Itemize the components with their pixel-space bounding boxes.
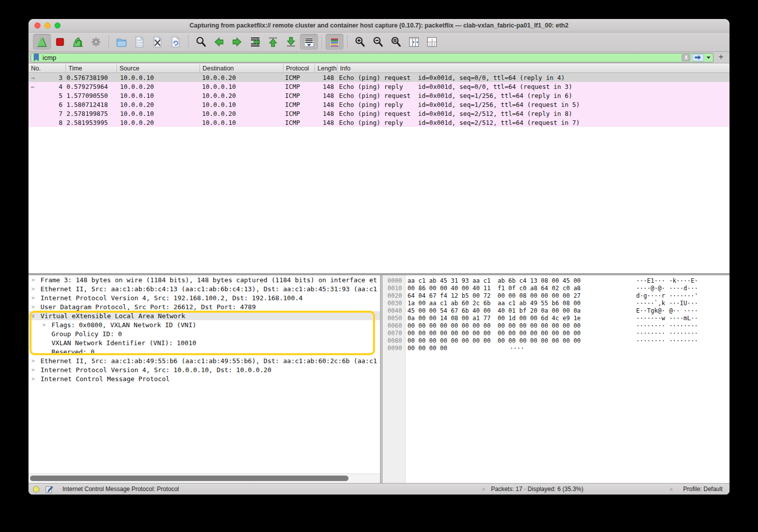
expander-chevron-icon[interactable]: > — [32, 304, 40, 310]
restart-capture-button[interactable] — [69, 34, 87, 50]
cell-time: 1.580712418 — [66, 101, 116, 108]
details-tree-row[interactable]: > Ethernet II, Src: aa:c1:ab:49:55:b6 (a… — [28, 356, 380, 365]
cell-protocol: ICMP — [283, 83, 314, 90]
cell-no: 6 — [28, 101, 66, 108]
status-separator-dot — [670, 488, 672, 491]
hex-row[interactable]: 0010 00 86 00 00 40 00 40 11 f1 0f c0 a8… — [382, 284, 730, 292]
details-tree-row[interactable]: ∨ Virtual eXtensible Local Area Network — [28, 311, 380, 320]
hex-row[interactable]: 0070 00 00 00 00 00 00 00 00 00 00 00 00… — [382, 329, 730, 337]
details-tree-row[interactable]: > Flags: 0x0800, VXLAN Network ID (VNI) — [28, 320, 380, 329]
scrollbar-thumb[interactable] — [30, 476, 348, 481]
close-window-button[interactable] — [34, 22, 40, 28]
expander-chevron-icon[interactable] — [42, 340, 52, 346]
expander-chevron-icon[interactable] — [42, 349, 52, 355]
go-back-button[interactable] — [210, 34, 228, 50]
filter-value[interactable]: icmp — [40, 54, 682, 61]
column-header[interactable]: Protocol — [283, 64, 314, 72]
go-to-packet-button[interactable] — [246, 34, 264, 50]
go-to-bottom-button[interactable] — [282, 34, 300, 50]
colorize-button[interactable] — [326, 34, 344, 50]
column-header[interactable]: No. — [28, 64, 66, 72]
cell-time: 2.581953995 — [66, 119, 116, 126]
details-text: User Datagram Protocol, Src Port: 26612,… — [40, 303, 256, 311]
display-filter-input[interactable]: icmp X — [30, 53, 714, 62]
packet-row[interactable]: 8 2.581953995 10.0.0.20 10.0.0.10 ICMP 1… — [28, 118, 730, 127]
capture-options-button[interactable] — [87, 34, 105, 50]
arrow-right-icon — [230, 35, 244, 48]
resize-columns-button[interactable] — [405, 34, 423, 50]
expander-chevron-icon[interactable]: > — [32, 358, 40, 364]
expander-chevron-icon[interactable]: > — [32, 376, 40, 382]
expander-chevron-icon[interactable]: > — [42, 322, 52, 328]
hex-row[interactable]: 0020 64 04 67 f4 12 b5 00 72 00 00 08 00… — [382, 292, 730, 299]
details-tree-row[interactable]: > Internet Protocol Version 4, Src: 192.… — [28, 293, 380, 302]
hex-row[interactable]: 0060 00 00 00 00 00 00 00 00 00 00 00 00… — [382, 322, 730, 329]
hex-row[interactable]: 0050 0a 00 00 14 08 00 a1 77 00 1d 00 00… — [382, 314, 730, 322]
filter-add-button[interactable]: + — [714, 52, 726, 63]
filter-apply-button[interactable] — [692, 54, 704, 61]
start-capture-button[interactable] — [33, 34, 51, 50]
packet-row[interactable]: 6 1.580712418 10.0.0.20 10.0.0.10 ICMP 1… — [28, 100, 730, 109]
packet-row[interactable]: 7 2.578199875 10.0.0.10 10.0.0.20 ICMP 1… — [28, 109, 730, 118]
filter-history-dropdown[interactable] — [706, 56, 710, 59]
expander-chevron-icon[interactable] — [42, 331, 52, 337]
hex-row[interactable]: 0080 00 00 00 00 00 00 00 00 00 00 00 00… — [382, 337, 730, 344]
zoom-in-icon — [354, 35, 366, 48]
expander-chevron-icon[interactable]: > — [32, 367, 40, 373]
title-bar[interactable]: Capturing from packetflix:// remote clus… — [28, 19, 730, 32]
ascii-right: ········ — [669, 337, 698, 344]
details-tree-row[interactable]: > User Datagram Protocol, Src Port: 2661… — [28, 302, 380, 311]
zoom-out-button[interactable] — [369, 34, 387, 50]
reload-file-button[interactable] — [166, 34, 184, 50]
expander-chevron-icon[interactable]: > — [32, 277, 40, 283]
details-text: Ethernet II, Src: aa:c1:ab:6b:c4:13 (aa:… — [40, 285, 377, 293]
stop-capture-button[interactable] — [51, 34, 69, 50]
expert-info-icon[interactable] — [33, 486, 40, 493]
expander-chevron-icon[interactable]: > — [32, 286, 40, 292]
zoom-in-button[interactable] — [351, 34, 369, 50]
toolbar-separator — [188, 35, 188, 48]
column-header[interactable]: Info — [337, 64, 730, 72]
expander-chevron-icon[interactable]: ∨ — [32, 313, 40, 319]
layout-panes-button[interactable]: 123 — [423, 34, 441, 50]
column-header[interactable]: Length — [314, 64, 337, 72]
auto-scroll-button[interactable] — [300, 34, 318, 50]
details-tree-row[interactable]: > Frame 3: 148 bytes on wire (1184 bits)… — [28, 275, 380, 284]
zoom-window-button[interactable] — [54, 22, 60, 28]
details-tree-row[interactable]: VXLAN Network Identifier (VNI): 10010 — [28, 338, 380, 347]
column-header[interactable]: Time — [66, 64, 116, 72]
hex-row[interactable]: 0000 aa c1 ab 45 31 93 aa c1 ab 6b c4 13… — [382, 277, 730, 284]
details-tree-row[interactable]: Reserved: 0 — [28, 347, 380, 356]
close-file-button[interactable] — [148, 34, 166, 50]
filter-bookmark-icon[interactable] — [33, 53, 40, 61]
hex-bytes-right: 00 00 00 00 00 00 00 00 — [498, 330, 580, 337]
go-forward-button[interactable] — [228, 34, 246, 50]
profile-text[interactable]: Profile: Default — [683, 486, 722, 493]
minimize-window-button[interactable] — [44, 22, 50, 28]
column-header[interactable]: Source — [116, 64, 200, 72]
packet-row[interactable]: 5 1.577090550 10.0.0.10 10.0.0.20 ICMP 1… — [28, 91, 730, 100]
hex-row[interactable]: 0040 45 00 00 54 67 6b 40 00 40 01 bf 20… — [382, 307, 730, 314]
filter-clear-button[interactable]: X — [682, 54, 690, 61]
zoom-reset-button[interactable] — [387, 34, 405, 50]
packet-row[interactable]: →3 0.576738190 10.0.0.10 10.0.0.20 ICMP … — [28, 73, 730, 82]
find-packet-button[interactable] — [192, 34, 210, 50]
cell-length: 148 — [314, 101, 337, 108]
details-horizontal-scrollbar[interactable] — [28, 474, 380, 483]
hex-row[interactable]: 0090 00 00 00 00 ···· — [382, 344, 730, 352]
packet-row[interactable]: ←4 0.579275964 10.0.0.20 10.0.0.10 ICMP … — [28, 82, 730, 91]
expander-chevron-icon[interactable]: > — [32, 295, 40, 301]
go-to-top-button[interactable] — [264, 34, 282, 50]
cell-info: Echo (ping) reply id=0x001d, seq=2/512, … — [337, 119, 730, 126]
open-file-button[interactable] — [112, 34, 130, 50]
save-file-button[interactable]: 010101100111 — [130, 34, 148, 50]
details-tree-row[interactable]: > Internet Protocol Version 4, Src: 10.0… — [28, 365, 380, 374]
details-tree-row[interactable]: Group Policy ID: 0 — [28, 329, 380, 338]
hex-row[interactable]: 0030 1a 00 aa c1 ab 60 2c 6b aa c1 ab 49… — [382, 299, 730, 307]
cell-source: 10.0.0.20 — [116, 83, 200, 90]
capture-comment-icon[interactable] — [46, 486, 53, 493]
hex-bytes-left: 00 00 00 00 00 00 00 00 — [408, 330, 490, 337]
details-tree-row[interactable]: > Internet Control Message Protocol — [28, 374, 380, 383]
column-header[interactable]: Destination — [200, 64, 283, 72]
details-tree-row[interactable]: > Ethernet II, Src: aa:c1:ab:6b:c4:13 (a… — [28, 284, 380, 293]
